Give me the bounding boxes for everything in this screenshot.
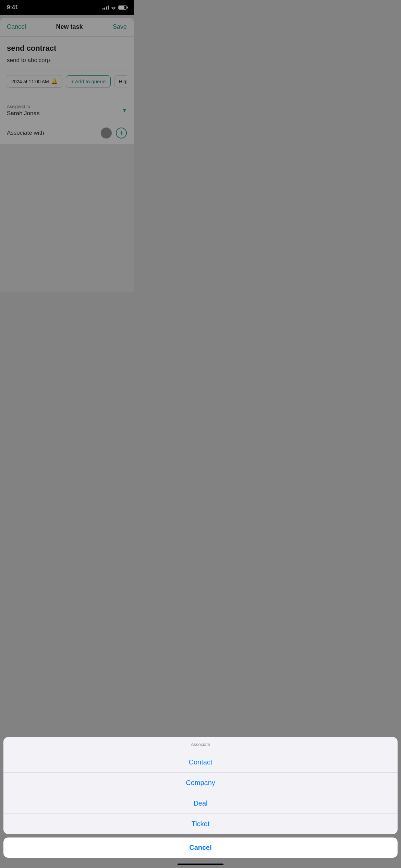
overlay: [0, 0, 134, 292]
